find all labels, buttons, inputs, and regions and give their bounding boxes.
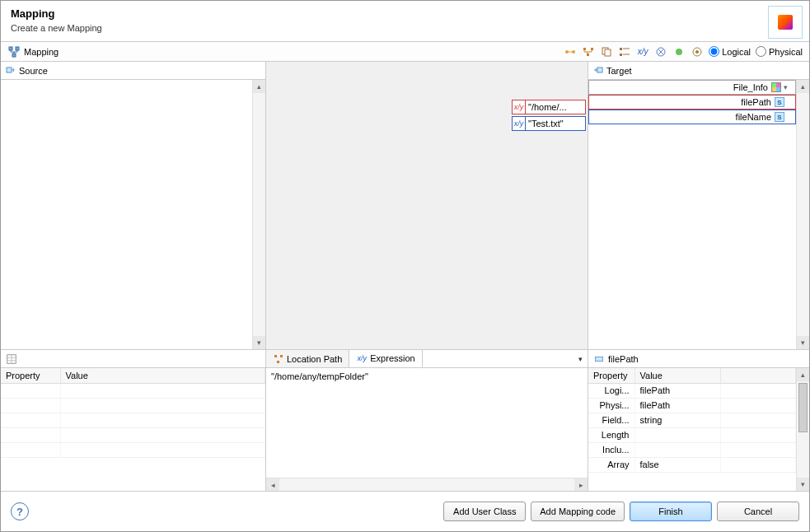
page-subtitle: Create a new Mapping: [11, 23, 799, 33]
expression-horizontal-scrollbar[interactable]: ◂ ▸: [266, 478, 588, 491]
svg-rect-21: [277, 361, 279, 363]
view-physical-radio[interactable]: Physical: [756, 46, 803, 57]
expression-node-1-label: "/home/...: [526, 102, 569, 112]
target-panel-header: Target: [588, 62, 809, 80]
target-field-label: filePath: [737, 97, 775, 107]
expression-node-2[interactable]: x/y "Test.txt": [512, 116, 586, 131]
svg-rect-10: [620, 48, 622, 50]
right-properties-table[interactable]: Property Value Logi...filePath Physi...f…: [588, 368, 796, 473]
svg-point-4: [572, 50, 575, 54]
source-panel-header: Source: [1, 62, 265, 80]
svg-rect-1: [16, 47, 19, 50]
target-field-filepath-row[interactable]: filePath S: [588, 95, 796, 110]
target-root-label: File_Info: [730, 82, 771, 92]
mapping-split-area: Source ▴ ▾ x/y "/home/... x/y: [1, 62, 809, 350]
target-field-filename-row[interactable]: fileName S: [588, 110, 796, 124]
add-mapping-code-button[interactable]: Add Mapping code: [531, 502, 625, 521]
col-value[interactable]: Value: [60, 368, 265, 383]
svg-rect-20: [280, 355, 283, 357]
scroll-down-icon[interactable]: ▾: [797, 336, 809, 349]
xy-icon: x/y: [513, 117, 526, 130]
svg-rect-22: [596, 357, 603, 361]
target-vertical-scrollbar[interactable]: ▴ ▾: [796, 80, 809, 349]
target-arrow-icon: [593, 65, 603, 77]
svg-point-3: [565, 50, 569, 54]
left-properties-table[interactable]: Property Value: [1, 368, 265, 458]
view-logical-radio[interactable]: Logical: [709, 46, 751, 57]
toolbar-action-tree-icon[interactable]: [582, 45, 595, 58]
mapping-tree-icon: [7, 45, 21, 58]
wizard-footer: ? Add User Class Add Mapping code Finish…: [1, 492, 809, 531]
target-root-row[interactable]: File_Info ▾: [588, 80, 796, 95]
col-property[interactable]: Property: [1, 368, 60, 383]
source-panel-body[interactable]: ▴ ▾: [1, 80, 265, 349]
xy-icon: x/y: [513, 100, 526, 114]
left-properties-panel: Property Value: [1, 350, 266, 491]
scroll-left-icon[interactable]: ◂: [266, 478, 279, 491]
mapping-icon: [778, 15, 793, 30]
source-column: Source ▴ ▾: [1, 62, 266, 349]
toolbar-action-circle-x-icon[interactable]: [654, 45, 667, 58]
finish-button[interactable]: Finish: [630, 502, 712, 521]
source-arrow-icon: [6, 65, 16, 77]
mapping-toolbar-label: Mapping: [24, 47, 59, 57]
table-row: [1, 398, 265, 413]
table-row: Inclu...: [588, 442, 796, 457]
expression-panel: Location Path x/y Expression ▾ "/home/an…: [266, 350, 588, 491]
svg-rect-11: [620, 54, 622, 56]
expression-node-2-label: "Test.txt": [526, 119, 566, 128]
collapse-icon[interactable]: ▾: [784, 83, 792, 91]
expression-node-1[interactable]: x/y "/home/...: [512, 100, 586, 114]
target-panel-body[interactable]: File_Info ▾ filePath S fileName S: [588, 80, 809, 349]
scroll-up-icon[interactable]: ▴: [253, 80, 265, 93]
toolbar-action-list-icon[interactable]: [618, 45, 631, 58]
page-title: Mapping: [11, 7, 799, 20]
right-panel-title: filePath: [608, 354, 639, 364]
expression-menu-dropdown-icon[interactable]: ▾: [578, 355, 583, 363]
svg-rect-17: [597, 68, 602, 72]
svg-rect-9: [605, 49, 611, 56]
target-field-label: fileName: [733, 112, 775, 122]
mapping-toolbar: Mapping x/y Logical Physical: [1, 42, 809, 62]
toolbar-action-xy-icon[interactable]: x/y: [636, 45, 649, 58]
expression-editor[interactable]: "/home/any/tempFolder" ◂ ▸: [266, 368, 588, 491]
svg-rect-16: [7, 68, 12, 72]
help-icon[interactable]: ?: [11, 502, 29, 520]
toolbar-action-copy-icon[interactable]: [600, 45, 613, 58]
cancel-button[interactable]: Cancel: [717, 502, 799, 521]
svg-rect-6: [591, 48, 593, 50]
svg-rect-19: [274, 355, 277, 357]
bottom-panels: Property Value: [1, 350, 809, 492]
toolbar-action-target-icon[interactable]: [691, 45, 704, 58]
col-value[interactable]: Value: [634, 368, 720, 383]
svg-point-13: [676, 49, 682, 55]
scroll-up-icon[interactable]: ▴: [797, 368, 809, 381]
svg-rect-5: [583, 48, 586, 50]
col-extra[interactable]: [720, 368, 796, 383]
xy-icon: x/y: [356, 352, 368, 364]
target-column: Target File_Info ▾ filePath S: [588, 62, 809, 349]
source-panel-title: Source: [19, 66, 48, 76]
scroll-right-icon[interactable]: ▸: [574, 478, 588, 491]
add-user-class-button[interactable]: Add User Class: [443, 502, 526, 521]
svg-rect-2: [12, 54, 16, 57]
tree-icon: [273, 353, 284, 365]
col-property[interactable]: Property: [588, 368, 634, 383]
tab-expression[interactable]: x/y Expression: [349, 350, 422, 367]
table-row: Physi...filePath: [588, 398, 796, 413]
right-vertical-scrollbar[interactable]: ▴ ▾: [796, 368, 809, 491]
source-vertical-scrollbar[interactable]: ▴ ▾: [252, 80, 265, 349]
scroll-thumb[interactable]: [798, 383, 808, 432]
tab-location-path[interactable]: Location Path: [266, 350, 349, 367]
scroll-down-icon[interactable]: ▾: [253, 336, 265, 349]
toolbar-action-flow-icon[interactable]: [564, 45, 577, 58]
mapping-canvas[interactable]: x/y "/home/... x/y "Test.txt": [266, 62, 588, 349]
scroll-down-icon[interactable]: ▾: [797, 478, 809, 491]
scroll-up-icon[interactable]: ▴: [797, 80, 809, 93]
toolbar-action-green-dot-icon[interactable]: [672, 45, 686, 58]
expression-text[interactable]: "/home/any/tempFolder": [266, 368, 588, 385]
properties-icon: [5, 352, 18, 366]
wizard-header: Mapping Create a new Mapping: [1, 1, 809, 42]
field-icon: [592, 352, 606, 366]
target-panel-title: Target: [606, 66, 632, 76]
